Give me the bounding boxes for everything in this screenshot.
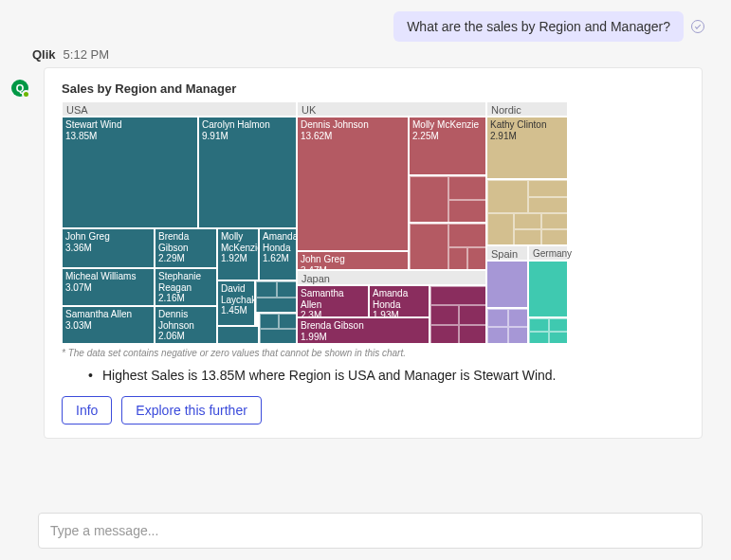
cell-usa-brenda[interactable]: Brenda Gibson 2.29M <box>155 228 217 268</box>
cell-jp-right[interactable] <box>429 285 486 344</box>
cell-usa-amanda[interactable]: Amanda Honda 1.62M <box>259 228 297 280</box>
cell-spain-main[interactable] <box>486 261 528 308</box>
cell-germany-grid[interactable] <box>528 317 568 344</box>
cell-jp-samantha[interactable]: Samantha Allen 2.3M <box>297 285 369 317</box>
cell-usa-carolyn[interactable]: Carolyn Halmon 9.91M <box>198 117 297 228</box>
cell-usa-johng[interactable]: John Greg 3.36M <box>62 228 155 268</box>
cell-germany-main[interactable] <box>528 261 568 317</box>
cell-jp-brenda[interactable]: Brenda Gibson 1.99M <box>297 317 429 344</box>
region-header-japan: Japan <box>297 270 486 285</box>
cell-usa-david[interactable]: David Laychak 1.45M <box>217 280 255 326</box>
cell-jp-amanda[interactable]: Amanda Honda 1.93M <box>369 285 429 317</box>
response-card: Sales by Region and Manager USA Stewart … <box>44 67 703 439</box>
region-header-spain: Spain <box>486 245 528 261</box>
cell-spain-grid[interactable] <box>486 308 528 344</box>
region-header-germany: Germany <box>528 245 568 261</box>
cell-usa-stewart[interactable]: Stewart Wind 13.85M <box>62 117 198 228</box>
delivered-check-icon <box>691 20 704 33</box>
explore-further-button[interactable]: Explore this further <box>121 396 262 425</box>
chart-footnote: * The data set contains negative or zero… <box>62 348 685 358</box>
cell-uk-right[interactable] <box>409 223 486 270</box>
cell-uk-dennis[interactable]: Dennis Johnson 13.62M <box>297 117 409 251</box>
cell-usa-dennis[interactable]: Dennis Johnson 2.06M <box>155 306 217 344</box>
cell-usa-samantha[interactable]: Samantha Allen 3.03M <box>62 306 155 344</box>
qlik-avatar: Q <box>11 80 28 97</box>
cell-usa-stephanie[interactable]: Stephanie Reagan 2.16M <box>155 268 217 306</box>
sender-name: Qlik <box>32 47 56 62</box>
cell-uk-mid[interactable] <box>409 175 486 223</box>
insight-text: Highest Sales is 13.85M where Region is … <box>88 368 685 383</box>
message-meta: Qlik 5:12 PM <box>0 45 731 63</box>
cell-uk-molly[interactable]: Molly McKenzie 2.25M <box>409 117 486 175</box>
region-header-uk: UK <box>297 101 486 117</box>
chart-title: Sales by Region and Manager <box>62 81 685 96</box>
cell-usa-misc3[interactable] <box>259 313 297 344</box>
cell-usa-micheal[interactable]: Micheal Williams 3.07M <box>62 268 155 306</box>
message-time: 5:12 PM <box>64 47 109 62</box>
user-message-bubble: What are the sales by Region and Manager… <box>393 11 684 42</box>
cell-nor-grid[interactable] <box>486 179 568 245</box>
cell-usa-misc2[interactable] <box>255 280 297 313</box>
cell-nor-kathy[interactable]: Kathy Clinton 2.91M <box>486 117 568 179</box>
cell-usa-molly[interactable]: Molly McKenzie 1.92M <box>217 228 259 280</box>
region-header-nordic: Nordic <box>486 101 568 117</box>
info-button[interactable]: Info <box>62 396 112 425</box>
region-header-usa: USA <box>62 101 297 117</box>
cell-uk-johng[interactable]: John Greg 3.47M <box>297 251 409 270</box>
message-composer[interactable]: Type a message... <box>38 513 703 549</box>
treemap-chart[interactable]: USA Stewart Wind 13.85M Carolyn Halmon 9… <box>62 101 568 344</box>
cell-usa-misc1[interactable] <box>217 326 259 344</box>
presence-dot-icon <box>22 90 30 99</box>
